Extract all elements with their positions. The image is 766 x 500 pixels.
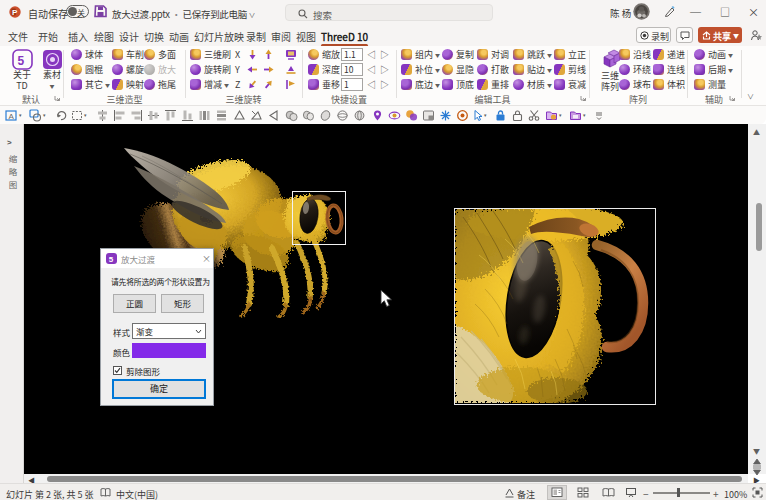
svg-text:A: A (8, 112, 14, 121)
svg-text:5: 5 (17, 54, 24, 68)
svg-text:5: 5 (109, 255, 114, 264)
svg-text:P: P (12, 8, 18, 17)
